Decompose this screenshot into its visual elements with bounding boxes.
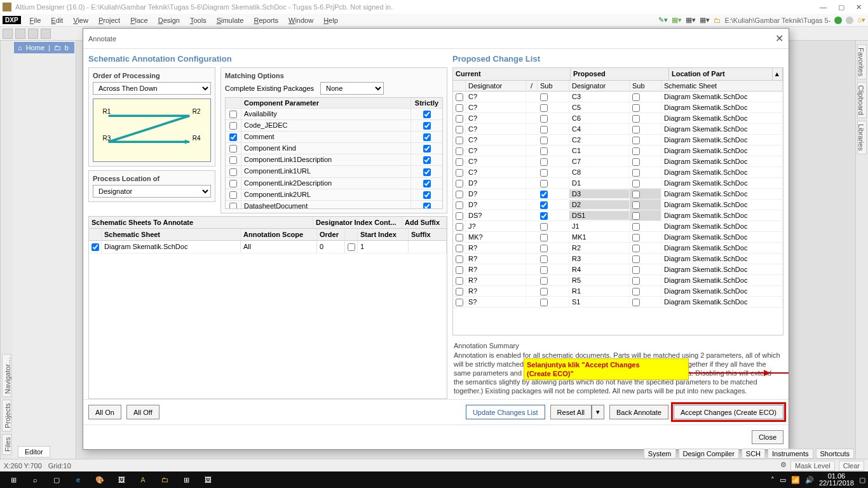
nav-back-icon[interactable] — [834, 17, 842, 24]
row-check[interactable] — [456, 201, 463, 209]
dock-projects[interactable]: Projects — [2, 400, 11, 431]
menu-simulate[interactable]: Simulate — [212, 17, 249, 24]
proposed-row[interactable]: R? R1 Diagram Skematik.SchDoc — [453, 286, 783, 297]
row-check[interactable] — [456, 223, 463, 231]
col-suffix[interactable]: Suffix — [409, 229, 447, 240]
psub-check[interactable] — [632, 93, 640, 101]
nav-fwd-icon[interactable] — [846, 17, 853, 24]
status-chip-system[interactable]: System — [644, 449, 676, 459]
param-check[interactable] — [229, 133, 237, 141]
all-on-button[interactable]: All On — [88, 405, 121, 419]
process-loc-select[interactable]: Designator — [93, 185, 211, 198]
col-param[interactable]: Component Parameter — [241, 98, 410, 108]
param-check[interactable] — [229, 203, 237, 209]
proposed-row[interactable]: C? C2 Diagram Skematik.SchDoc — [453, 135, 783, 146]
col-strict[interactable]: Strictly — [410, 98, 442, 108]
toolbar-icon2[interactable]: ▦▾ — [672, 16, 682, 24]
matching-row[interactable]: Code_JEDEC — [226, 120, 442, 132]
proposed-row[interactable]: C? C6 Diagram Skematik.SchDoc — [453, 113, 783, 124]
mask-level-button[interactable]: Mask Level — [790, 461, 835, 471]
psub-check[interactable] — [632, 137, 640, 144]
psub-check[interactable] — [632, 245, 640, 252]
calc-icon[interactable]: ⊞ — [175, 473, 197, 487]
param-check[interactable] — [229, 111, 237, 118]
sub-check[interactable] — [540, 288, 548, 295]
row-check[interactable] — [456, 137, 463, 144]
psub-check[interactable] — [632, 288, 640, 295]
proposed-row[interactable]: D? D2 Diagram Skematik.SchDoc — [453, 200, 783, 210]
search-icon[interactable]: ⌕ — [24, 473, 46, 487]
minimize-icon[interactable]: — — [820, 3, 827, 11]
dxp-menu[interactable]: DXP — [3, 16, 21, 24]
sub-check[interactable] — [540, 277, 548, 285]
psub-check[interactable] — [632, 169, 640, 177]
menu-project[interactable]: Project — [93, 17, 125, 24]
taskview-icon[interactable]: ▢ — [46, 473, 67, 487]
param-check[interactable] — [229, 180, 237, 187]
psub-check[interactable] — [632, 223, 640, 231]
menu-tools[interactable]: Tools — [185, 17, 212, 24]
proposed-row[interactable]: C? C8 Diagram Skematik.SchDoc — [453, 167, 783, 178]
battery-icon[interactable]: ▭ — [780, 476, 786, 484]
matching-row[interactable]: ComponentLink2Description — [226, 178, 442, 189]
proposed-row[interactable]: C? C5 Diagram Skematik.SchDoc — [453, 102, 783, 113]
sub-check[interactable] — [540, 169, 548, 177]
explorer-icon[interactable]: 🗀 — [154, 473, 175, 487]
row-check[interactable] — [456, 266, 463, 274]
strict-check[interactable] — [423, 168, 431, 176]
psub-check[interactable] — [632, 191, 640, 198]
col-des-cur[interactable]: Designator — [466, 81, 526, 91]
proposed-row[interactable]: J? J1 Diagram Skematik.SchDoc — [453, 221, 783, 232]
home-icon[interactable]: ⌂▾ — [857, 16, 865, 24]
order-select[interactable]: Across Then Down — [93, 82, 211, 95]
menu-view[interactable]: View — [68, 17, 93, 24]
row-check[interactable] — [456, 191, 463, 198]
clear-button[interactable]: Clear — [839, 461, 864, 471]
col-sheet2[interactable]: Schematic Sheet — [661, 81, 783, 91]
sub-check[interactable] — [540, 180, 548, 187]
sub-check[interactable] — [540, 93, 548, 101]
sub-check[interactable] — [540, 137, 548, 144]
tray-up-icon[interactable]: ˄ — [771, 476, 775, 484]
sub-check[interactable] — [540, 104, 548, 112]
col-sub-cur[interactable]: Sub — [538, 81, 569, 91]
proposed-row[interactable]: C? C3 Diagram Skematik.SchDoc — [453, 92, 783, 102]
col-scope[interactable]: Annotation Scope — [241, 229, 317, 240]
psub-check[interactable] — [632, 158, 640, 166]
toolbar-icon3[interactable]: ▦▾ — [686, 16, 696, 24]
row-check[interactable] — [456, 126, 463, 133]
col-addsuffix[interactable]: Add Suffix — [402, 217, 447, 228]
altium-icon[interactable]: A — [132, 473, 154, 487]
proposed-row[interactable]: C? C4 Diagram Skematik.SchDoc — [453, 124, 783, 135]
psub-check[interactable] — [632, 277, 640, 285]
status-chip-design-compiler[interactable]: Design Compiler — [679, 449, 739, 459]
psub-check[interactable] — [632, 126, 640, 133]
proposed-row[interactable]: C? C1 Diagram Skematik.SchDoc — [453, 146, 783, 156]
proposed-row[interactable]: R? R4 Diagram Skematik.SchDoc — [453, 264, 783, 275]
strict-check[interactable] — [423, 191, 431, 199]
dock-files[interactable]: Files — [2, 434, 11, 455]
sub-check[interactable] — [540, 126, 548, 133]
sub-check[interactable] — [540, 191, 548, 198]
row-check[interactable] — [456, 104, 463, 112]
proposed-row[interactable]: S? S1 Diagram Skematik.SchDoc — [453, 297, 783, 308]
folder-icon[interactable]: 🗀 — [714, 17, 721, 24]
psub-check[interactable] — [632, 255, 640, 263]
strict-check[interactable] — [423, 133, 431, 141]
row-check[interactable] — [456, 115, 463, 123]
param-check[interactable] — [229, 156, 237, 164]
psub-check[interactable] — [632, 234, 640, 241]
sub-check[interactable] — [540, 223, 548, 231]
row-check[interactable] — [456, 158, 463, 166]
volume-icon[interactable]: 🔊 — [805, 476, 814, 484]
strict-check[interactable] — [423, 145, 431, 152]
row-check[interactable] — [456, 212, 463, 220]
dock-clipboard[interactable]: Clipboard — [857, 82, 867, 118]
app1-icon[interactable]: 🎨 — [89, 473, 111, 487]
matching-row[interactable]: ComponentLink1Description — [226, 154, 442, 166]
notifications-icon[interactable]: ▢ — [859, 476, 865, 484]
strict-check[interactable] — [423, 156, 431, 164]
menu-window[interactable]: Window — [283, 17, 318, 24]
param-check[interactable] — [229, 191, 237, 199]
sub-check[interactable] — [540, 255, 548, 263]
